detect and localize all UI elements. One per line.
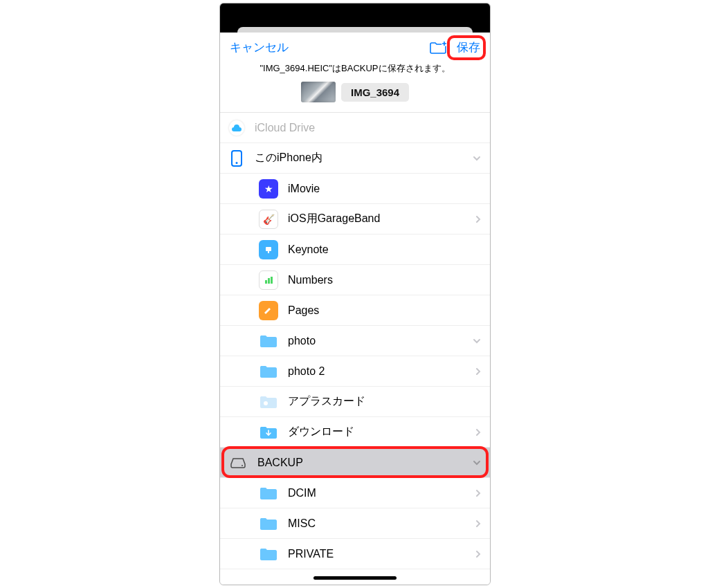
folder-label: Pages (288, 304, 482, 317)
folder-label: DCIM (288, 487, 475, 499)
svg-rect-3 (265, 280, 267, 284)
save-destination-text: "IMG_3694.HEIC"はBACKUPに保存されます。 (220, 61, 490, 82)
icloud-icon (228, 118, 245, 138)
folder-garageband[interactable]: 🎸 iOS用GarageBand (220, 204, 490, 235)
folder-label: Keynote (288, 244, 482, 256)
folder-downloads[interactable]: ダウンロード (220, 417, 490, 448)
chevron-right-icon (475, 367, 482, 376)
folder-private[interactable]: PRIVATE (220, 539, 490, 569)
sheet-background (220, 27, 490, 33)
folder-imovie[interactable]: ★ iMovie (220, 174, 490, 204)
folder-label: photo (288, 335, 472, 347)
file-thumbnail (301, 82, 336, 102)
chevron-down-icon (472, 336, 482, 346)
folder-pages[interactable]: Pages (220, 295, 490, 326)
location-label: このiPhone内 (255, 151, 472, 165)
folder-icon (259, 423, 278, 442)
folder-label: MISC (288, 517, 475, 530)
folder-aplus-card[interactable]: アプラスカード (220, 387, 490, 417)
chevron-right-icon (475, 214, 482, 224)
folder-misc[interactable]: MISC (220, 508, 490, 539)
save-button[interactable]: 保存 (457, 39, 480, 55)
location-backup[interactable]: BACKUP (220, 448, 490, 478)
folder-label: iMovie (288, 183, 482, 195)
folder-label: photo 2 (288, 365, 475, 378)
location-icloud-drive[interactable]: iCloud Drive (220, 113, 490, 143)
folder-icon (259, 362, 278, 381)
folder-label: アプラスカード (288, 394, 482, 409)
new-folder-icon[interactable] (429, 41, 447, 55)
chevron-right-icon (475, 519, 482, 529)
svg-rect-4 (268, 278, 270, 284)
device-frame: キャンセル 保存 "IMG_3694.HEIC"はBACKUPに保存されます。 … (219, 3, 491, 585)
save-sheet: キャンセル 保存 "IMG_3694.HEIC"はBACKUPに保存されます。 … (220, 33, 490, 585)
location-list: iCloud Drive このiPhone内 ★ iMovie 🎸 (220, 112, 490, 571)
home-indicator (220, 571, 490, 585)
chevron-right-icon (475, 488, 482, 498)
folder-icon (259, 484, 278, 503)
folder-label: iOS用GarageBand (288, 212, 475, 226)
external-drive-icon (228, 453, 248, 472)
keynote-icon (259, 240, 278, 259)
folder-photo[interactable]: photo (220, 326, 490, 356)
chevron-down-icon (472, 154, 482, 163)
location-on-iphone[interactable]: このiPhone内 (220, 143, 490, 174)
svg-rect-1 (266, 247, 271, 251)
iphone-icon (228, 149, 245, 168)
folder-icon (259, 392, 278, 412)
location-label: BACKUP (257, 457, 472, 469)
svg-point-7 (242, 465, 243, 466)
folder-icon (259, 544, 278, 564)
location-label: iCloud Drive (255, 122, 482, 134)
folder-icon (259, 331, 278, 351)
folder-dcim[interactable]: DCIM (220, 478, 490, 508)
svg-rect-2 (268, 251, 269, 253)
folder-numbers[interactable]: Numbers (220, 265, 490, 295)
folder-icon (259, 514, 278, 533)
file-preview: IMG_3694 (220, 82, 490, 112)
folder-label: PRIVATE (288, 548, 475, 560)
chevron-down-icon (472, 458, 482, 468)
svg-point-6 (264, 401, 268, 405)
status-bar (220, 3, 490, 27)
pages-icon (259, 301, 278, 320)
chevron-right-icon (475, 549, 482, 559)
chevron-right-icon (475, 428, 482, 437)
garageband-icon: 🎸 (259, 210, 278, 229)
imovie-icon: ★ (259, 179, 278, 199)
folder-label: Numbers (288, 274, 482, 286)
svg-rect-5 (271, 277, 273, 284)
cancel-button[interactable]: キャンセル (230, 39, 289, 55)
folder-label: ダウンロード (288, 425, 475, 439)
folder-photo-2[interactable]: photo 2 (220, 356, 490, 387)
nav-bar: キャンセル 保存 (220, 33, 490, 61)
file-name-chip[interactable]: IMG_3694 (341, 83, 409, 102)
folder-keynote[interactable]: Keynote (220, 235, 490, 265)
numbers-icon (259, 270, 278, 290)
